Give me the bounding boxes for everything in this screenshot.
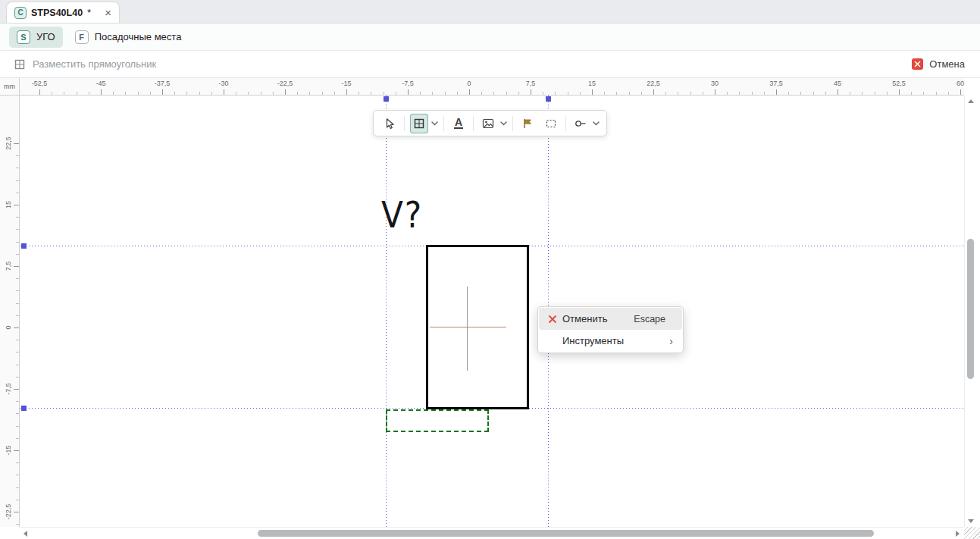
- context-menu-item-tools[interactable]: Инструменты ›: [539, 330, 682, 352]
- chevron-down-icon: [500, 121, 507, 126]
- tab-label: Посадочные места: [95, 31, 182, 42]
- ruler-tick-label: 0: [467, 80, 471, 87]
- symbol-badge-icon: S: [17, 30, 30, 44]
- ruler-tick-label: 0: [5, 325, 12, 329]
- cancel-label: Отмена: [929, 58, 965, 70]
- active-mode-indicator: Разместить прямоугольник: [0, 58, 156, 71]
- red-x-icon: [548, 315, 557, 324]
- chevron-down-icon: [431, 121, 438, 126]
- context-menu: Отменить Escape Инструменты ›: [537, 306, 684, 353]
- ruler-tick-label: 60: [957, 80, 964, 87]
- vertical-scrollbar-thumb[interactable]: [967, 239, 974, 379]
- document-tab[interactable]: C STPS40L40 * ×: [6, 2, 120, 23]
- ruler-tick-label: -7,5: [5, 383, 12, 395]
- place-shape-tool-button[interactable]: [410, 114, 428, 133]
- place-rectangle-icon: [14, 58, 26, 71]
- ruler-tick-label: 7,5: [526, 80, 536, 87]
- ruler-tick-label: -15: [341, 80, 351, 87]
- chevron-down-icon: [593, 121, 600, 126]
- ruler-tick-label: 22,5: [647, 80, 660, 87]
- place-shape-dropdown[interactable]: [431, 121, 438, 126]
- vertical-ruler: 22,5 15 7,5 0 -7,5 -15 -22,5: [0, 96, 20, 527]
- toolbar-separator: [512, 116, 513, 131]
- schematic-canvas[interactable]: V? A: [20, 96, 964, 527]
- ruler-tick-label: 15: [5, 201, 12, 208]
- ruler-tick-label: -37,5: [155, 80, 171, 87]
- modified-indicator: *: [87, 7, 91, 18]
- menu-item-label: Отменить: [562, 313, 607, 324]
- toolbar-separator: [565, 116, 566, 131]
- designator-text[interactable]: V?: [381, 193, 423, 236]
- ruler-tick-label: -22,5: [5, 504, 12, 520]
- context-menu-item-cancel[interactable]: Отменить Escape: [539, 308, 682, 330]
- guide-line-vertical-left: [386, 96, 387, 527]
- menu-item-shortcut: Escape: [634, 314, 665, 324]
- rectangle-grid-icon: [413, 118, 425, 130]
- ruler-tick-label: 15: [588, 80, 596, 87]
- cancel-button[interactable]: Отмена: [912, 58, 980, 70]
- submenu-arrow-icon: ›: [669, 335, 673, 346]
- document-tabbar: C STPS40L40 * ×: [0, 0, 980, 24]
- guide-marker-top-left[interactable]: [384, 96, 389, 102]
- dashed-rect-icon: [545, 118, 557, 130]
- scroll-up-icon[interactable]: [968, 99, 974, 103]
- ruler-tick-label: 22,5: [5, 136, 12, 150]
- menu-item-label: Инструменты: [562, 335, 624, 346]
- ruler-tick-label: 30: [711, 80, 719, 87]
- ruler-tick-label: 7,5: [5, 262, 12, 271]
- horizontal-scrollbar-thumb[interactable]: [258, 530, 874, 537]
- text-tool-button[interactable]: A: [449, 114, 468, 133]
- vertical-scrollbar[interactable]: [964, 96, 976, 527]
- pin-tool-dropdown[interactable]: [593, 121, 600, 126]
- image-tool-dropdown[interactable]: [500, 121, 507, 126]
- horizontal-scrollbar[interactable]: [20, 527, 964, 539]
- toolbar-separator: [443, 116, 444, 131]
- ruler-unit: mm: [4, 83, 15, 90]
- ruler-tick-label: -22,5: [277, 80, 293, 87]
- ruler-unit-box: mm: [0, 78, 20, 96]
- tab-footprints[interactable]: F Посадочные места: [67, 27, 189, 48]
- document-title: STPS40L40: [31, 8, 83, 18]
- tab-ugo[interactable]: S УГО: [9, 27, 63, 48]
- component-icon: C: [14, 7, 27, 19]
- action-bar: Разместить прямоугольник Отмена: [0, 51, 980, 78]
- origin-crosshair-horizontal: [430, 327, 506, 327]
- flag-icon: [521, 118, 534, 130]
- ruler-tick-label: -15: [5, 445, 12, 455]
- guide-marker-left-lower[interactable]: [21, 406, 27, 411]
- guide-marker-left-upper[interactable]: [21, 243, 27, 249]
- flag-tool-button[interactable]: [518, 114, 537, 133]
- ruler-tick-label: 52,5: [892, 80, 906, 87]
- ruler-tick-label: 37,5: [769, 80, 783, 87]
- close-tab-icon[interactable]: ×: [105, 8, 111, 18]
- image-tool-button[interactable]: [479, 114, 497, 133]
- footprint-badge-icon: F: [75, 30, 89, 44]
- ruler-tick-label: -30: [218, 80, 228, 87]
- cancel-icon: [912, 58, 923, 70]
- scroll-right-icon[interactable]: [956, 531, 960, 537]
- pin-tool-button[interactable]: [571, 114, 590, 133]
- scroll-left-icon[interactable]: [23, 531, 27, 537]
- origin-crosshair-vertical: [467, 287, 468, 371]
- tab-label: УГО: [36, 31, 55, 42]
- placement-preview-rectangle: [386, 409, 489, 432]
- horizontal-ruler: -52,5 -45 -37,5 -30 -22,5 -15 -7,5 0 7,5…: [20, 78, 964, 96]
- toolbar-separator: [473, 116, 474, 131]
- ruler-tick-label: -52,5: [32, 80, 48, 87]
- resize-grip: [964, 527, 980, 539]
- cursor-icon: [384, 118, 396, 130]
- guide-marker-top-right[interactable]: [546, 96, 551, 102]
- mode-label: Разместить прямоугольник: [33, 58, 156, 70]
- ruler-tick-label: -7,5: [402, 80, 414, 87]
- toolbar-separator: [404, 116, 405, 131]
- select-tool-button[interactable]: [380, 114, 399, 133]
- pin-icon: [574, 118, 587, 130]
- picture-icon: [482, 118, 494, 130]
- ruler-tick-label: -45: [95, 80, 105, 87]
- area-select-tool-button[interactable]: [542, 114, 560, 133]
- letter-a-icon: A: [454, 118, 463, 129]
- canvas-toolbar: A: [373, 110, 607, 136]
- scroll-down-icon[interactable]: [968, 519, 974, 523]
- ruler-tick-label: 45: [834, 80, 841, 87]
- view-tabbar: S УГО F Посадочные места: [0, 24, 980, 51]
